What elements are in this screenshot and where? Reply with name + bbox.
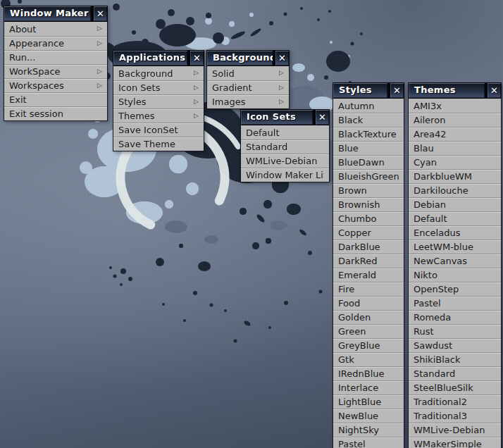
menu-item-label: NewCanvas <box>414 256 496 266</box>
menu-item-brown[interactable]: Brown <box>333 183 404 197</box>
menu-item-romeda[interactable]: Romeda <box>409 310 501 324</box>
menu-item-irednblue[interactable]: IRednBlue <box>333 366 404 380</box>
menu-item-label: Gradient <box>212 82 276 93</box>
window-maker-menu-close-button[interactable]: ✕ <box>93 6 108 22</box>
menu-item-enceladus[interactable]: Enceladus <box>409 225 501 239</box>
menu-item-standard[interactable]: Standard <box>409 366 501 380</box>
menu-item-save-iconset[interactable]: Save IconSet <box>113 123 204 137</box>
menu-item-lightblue[interactable]: LightBlue <box>333 394 404 409</box>
menu-item-leetwm-blue[interactable]: LeetWM-blue <box>409 239 501 254</box>
menu-item-steelbluesilk[interactable]: SteelBlueSilk <box>409 380 501 394</box>
menu-item-golden[interactable]: Golden <box>333 310 404 324</box>
menu-item-wmlive-debian[interactable]: WMLive-Debian <box>241 154 329 168</box>
menu-item-workspaces[interactable]: Workspaces▷ <box>4 78 107 92</box>
icon-sets-menu: Icon Sets✕DefaultStandardWMLive-DebianWi… <box>240 109 330 182</box>
menu-item-label: Food <box>338 298 399 309</box>
menu-item-label: Debian <box>414 199 496 210</box>
menu-item-brownish[interactable]: Brownish <box>333 197 404 211</box>
menu-item-wmakersimple[interactable]: WMakerSimple <box>409 437 501 448</box>
icon-sets-menu-close-button[interactable]: ✕ <box>315 109 330 125</box>
menu-item-autumn[interactable]: Autumn <box>333 99 404 113</box>
menu-item-black[interactable]: Black <box>333 113 404 127</box>
menu-item-ami3x[interactable]: AMI3x <box>409 99 501 113</box>
menu-item-gradient[interactable]: Gradient▷ <box>207 80 289 94</box>
menu-item-run[interactable]: Run... <box>4 50 107 64</box>
menu-item-exit-session[interactable]: Exit session <box>4 106 107 120</box>
menu-item-aileron[interactable]: Aileron <box>409 113 501 127</box>
menu-item-emerald[interactable]: Emerald <box>333 268 404 282</box>
menu-item-label: Traditional3 <box>414 411 496 421</box>
menu-item-traditional2[interactable]: Traditional2 <box>409 394 501 409</box>
menu-item-greyblue[interactable]: GreyBlue <box>333 338 404 352</box>
menu-item-interlace[interactable]: Interlace <box>333 380 404 394</box>
menu-item-workspace[interactable]: WorkSpace▷ <box>4 64 107 78</box>
menu-item-label: NightSky <box>338 425 399 435</box>
menu-item-blue[interactable]: Blue <box>333 141 404 155</box>
menu-item-images[interactable]: Images▷ <box>207 94 289 108</box>
menu-item-nightsky[interactable]: NightSky <box>333 423 404 437</box>
menu-item-sawdust[interactable]: Sawdust <box>409 338 501 352</box>
menu-item-newcanvas[interactable]: NewCanvas <box>409 254 501 268</box>
applications-menu-titlebar[interactable]: Applications✕ <box>113 50 204 66</box>
menu-item-area42[interactable]: Area42 <box>409 127 501 141</box>
menu-item-green[interactable]: Green <box>333 324 404 338</box>
menu-item-styles[interactable]: Styles▷ <box>113 94 204 108</box>
menu-item-solid[interactable]: Solid▷ <box>207 66 289 80</box>
menu-item-default[interactable]: Default <box>409 211 501 225</box>
menu-item-wmlive-debian[interactable]: WMLive-Debian <box>409 423 501 437</box>
menu-item-darkred[interactable]: DarkRed <box>333 254 404 268</box>
window-maker-menu-titlebar[interactable]: Window Maker✕ <box>4 6 108 22</box>
styles-menu-close-button[interactable]: ✕ <box>390 82 404 99</box>
menu-item-label: Window Maker Live <box>246 170 324 180</box>
menu-item-darkilouche[interactable]: Darkilouche <box>409 183 501 197</box>
themes-menu-titlebar[interactable]: Themes✕ <box>408 82 502 99</box>
menu-item-shikiblack[interactable]: ShikiBlack <box>409 352 501 366</box>
menu-item-exit[interactable]: Exit <box>4 92 107 106</box>
styles-menu-titlebar[interactable]: Styles✕ <box>333 82 404 99</box>
menu-item-pastel[interactable]: Pastel <box>333 437 404 448</box>
menu-item-openstep[interactable]: OpenStep <box>409 282 501 296</box>
background-menu-titlebar[interactable]: Background✕ <box>206 50 290 66</box>
menu-item-debian[interactable]: Debian <box>409 197 501 211</box>
menu-item-bluedawn[interactable]: BlueDawn <box>333 155 404 169</box>
menu-item-save-theme[interactable]: Save Theme <box>113 137 204 151</box>
menu-item-rust[interactable]: Rust <box>409 324 501 338</box>
menu-item-label: Solid <box>212 68 276 79</box>
themes-menu-close-button[interactable]: ✕ <box>487 82 502 99</box>
desktop[interactable]: Window Maker✕About▷Appearance▷Run...Work… <box>0 0 503 448</box>
menu-item-food[interactable]: Food <box>333 296 404 310</box>
background-menu-close-button[interactable]: ✕ <box>275 50 290 66</box>
menu-item-appearance[interactable]: Appearance▷ <box>4 36 107 50</box>
menu-item-standard[interactable]: Standard <box>241 139 329 154</box>
menu-item-cyan[interactable]: Cyan <box>409 155 501 169</box>
menu-item-window-maker-live[interactable]: Window Maker Live <box>241 168 329 182</box>
menu-item-newblue[interactable]: NewBlue <box>333 409 404 423</box>
menu-item-icon-sets[interactable]: Icon Sets▷ <box>113 80 204 94</box>
menu-item-nikto[interactable]: Nikto <box>409 268 501 282</box>
applications-menu-close-button[interactable]: ✕ <box>190 50 204 66</box>
menu-item-fire[interactable]: Fire <box>333 282 404 296</box>
background-menu-title: Background <box>206 50 273 66</box>
menu-item-copper[interactable]: Copper <box>333 225 404 239</box>
menu-item-chumbo[interactable]: Chumbo <box>333 211 404 225</box>
menu-item-themes[interactable]: Themes▷ <box>113 108 204 123</box>
icon-sets-menu-titlebar[interactable]: Icon Sets✕ <box>240 109 330 125</box>
menu-item-gtk[interactable]: Gtk <box>333 352 404 366</box>
menu-item-blau[interactable]: Blau <box>409 141 501 155</box>
menu-item-traditional3[interactable]: Traditional3 <box>409 409 501 423</box>
menu-item-default[interactable]: Default <box>241 125 329 139</box>
menu-item-darkblue[interactable]: DarkBlue <box>333 239 404 254</box>
menu-item-blacktexture[interactable]: BlackTexture <box>333 127 404 141</box>
menu-item-label: Cyan <box>414 157 496 168</box>
menu-item-pastel[interactable]: Pastel <box>409 296 501 310</box>
menu-item-label: Aileron <box>414 115 496 125</box>
menu-item-label: Golden <box>338 312 399 323</box>
menu-item-background[interactable]: Background▷ <box>113 66 204 80</box>
menu-item-label: OpenStep <box>414 284 496 294</box>
menu-item-about[interactable]: About▷ <box>4 22 107 36</box>
menu-item-blueishgreen[interactable]: BlueishGreen <box>333 169 404 183</box>
menu-item-darkbluewm[interactable]: DarkblueWM <box>409 169 501 183</box>
icon-sets-menu-title: Icon Sets <box>240 109 313 125</box>
menu-item-label: Enceladus <box>414 228 496 238</box>
applications-menu: Applications✕Background▷Icon Sets▷Styles… <box>113 50 204 151</box>
